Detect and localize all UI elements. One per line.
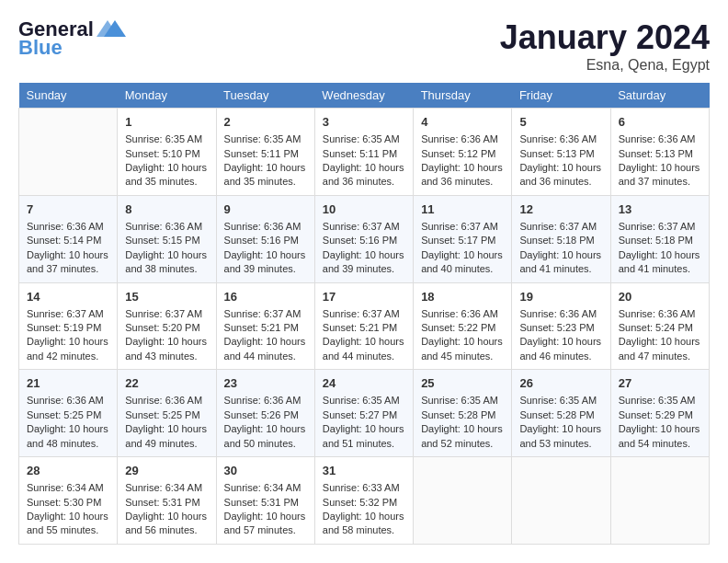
sunrise-text: Sunrise: 6:36 AM (125, 395, 202, 406)
sunset-text: Sunset: 5:24 PM (619, 322, 693, 333)
sunrise-text: Sunrise: 6:37 AM (27, 308, 104, 319)
sunset-text: Sunset: 5:23 PM (519, 322, 594, 333)
calendar-cell: 6 Sunrise: 6:36 AM Sunset: 5:13 PM Dayli… (610, 109, 709, 196)
calendar-cell: 24 Sunrise: 6:35 AM Sunset: 5:27 PM Dayl… (314, 370, 413, 457)
sunset-text: Sunset: 5:12 PM (421, 148, 495, 159)
calendar-cell: 22 Sunrise: 6:36 AM Sunset: 5:25 PM Dayl… (118, 370, 216, 457)
sunset-text: Sunset: 5:16 PM (224, 235, 299, 246)
sunrise-text: Sunrise: 6:36 AM (421, 133, 498, 144)
calendar-header-row: SundayMondayTuesdayWednesdayThursdayFrid… (19, 83, 710, 109)
calendar-cell: 19 Sunrise: 6:36 AM Sunset: 5:23 PM Dayl… (512, 282, 610, 370)
sunset-text: Sunset: 5:28 PM (519, 409, 594, 420)
day-number: 17 (323, 289, 405, 305)
daylight-text: Daylight: 10 hours and 38 minutes. (125, 249, 207, 274)
calendar-cell: 17 Sunrise: 6:37 AM Sunset: 5:21 PM Dayl… (314, 282, 413, 370)
calendar-subtitle: Esna, Qena, Egypt (500, 57, 710, 74)
daylight-text: Daylight: 10 hours and 55 minutes. (27, 511, 108, 535)
calendar-cell: 31 Sunrise: 6:33 AM Sunset: 5:32 PM Dayl… (314, 457, 413, 545)
calendar-cell (610, 457, 709, 545)
sunrise-text: Sunrise: 6:35 AM (323, 133, 400, 144)
day-number: 20 (619, 289, 701, 305)
daylight-text: Daylight: 10 hours and 56 minutes. (125, 511, 207, 535)
sunrise-text: Sunrise: 6:35 AM (125, 133, 202, 144)
calendar-cell: 11 Sunrise: 6:37 AM Sunset: 5:17 PM Dayl… (414, 195, 512, 282)
calendar-cell: 30 Sunrise: 6:34 AM Sunset: 5:31 PM Dayl… (216, 457, 314, 545)
daylight-text: Daylight: 10 hours and 58 minutes. (323, 511, 404, 535)
header-sunday: Sunday (19, 83, 118, 109)
day-number: 25 (421, 375, 504, 392)
calendar-cell: 27 Sunrise: 6:35 AM Sunset: 5:29 PM Dayl… (610, 370, 709, 457)
header-tuesday: Tuesday (216, 83, 314, 109)
sunset-text: Sunset: 5:29 PM (619, 409, 693, 420)
daylight-text: Daylight: 10 hours and 49 minutes. (125, 423, 207, 448)
header-thursday: Thursday (414, 83, 512, 109)
sunset-text: Sunset: 5:13 PM (619, 148, 693, 159)
day-number: 4 (421, 114, 504, 131)
sunrise-text: Sunrise: 6:35 AM (519, 395, 597, 406)
calendar-cell: 15 Sunrise: 6:37 AM Sunset: 5:20 PM Dayl… (118, 282, 216, 370)
day-number: 10 (323, 201, 405, 218)
daylight-text: Daylight: 10 hours and 37 minutes. (619, 162, 700, 187)
calendar-cell: 21 Sunrise: 6:36 AM Sunset: 5:25 PM Dayl… (19, 370, 118, 457)
daylight-text: Daylight: 10 hours and 36 minutes. (421, 162, 503, 187)
header-friday: Friday (512, 83, 610, 109)
logo: General Blue (18, 18, 126, 59)
sunrise-text: Sunrise: 6:37 AM (323, 221, 400, 232)
sunrise-text: Sunrise: 6:36 AM (224, 221, 301, 232)
daylight-text: Daylight: 10 hours and 45 minutes. (421, 336, 503, 361)
calendar-cell: 29 Sunrise: 6:34 AM Sunset: 5:31 PM Dayl… (118, 457, 216, 545)
calendar-table: SundayMondayTuesdayWednesdayThursdayFrid… (18, 83, 710, 545)
daylight-text: Daylight: 10 hours and 43 minutes. (125, 336, 207, 361)
daylight-text: Daylight: 10 hours and 39 minutes. (224, 249, 306, 274)
sunset-text: Sunset: 5:21 PM (224, 322, 299, 333)
calendar-cell: 4 Sunrise: 6:36 AM Sunset: 5:12 PM Dayli… (414, 109, 512, 196)
day-number: 27 (619, 375, 701, 392)
calendar-cell (414, 457, 512, 545)
sunset-text: Sunset: 5:19 PM (27, 322, 101, 333)
sunset-text: Sunset: 5:20 PM (125, 322, 199, 333)
sunset-text: Sunset: 5:31 PM (224, 497, 299, 508)
sunrise-text: Sunrise: 6:36 AM (619, 133, 696, 144)
daylight-text: Daylight: 10 hours and 36 minutes. (519, 162, 601, 187)
sunrise-text: Sunrise: 6:36 AM (519, 133, 597, 144)
calendar-cell: 20 Sunrise: 6:36 AM Sunset: 5:24 PM Dayl… (610, 282, 709, 370)
sunset-text: Sunset: 5:26 PM (224, 409, 299, 420)
calendar-cell: 2 Sunrise: 6:35 AM Sunset: 5:11 PM Dayli… (216, 109, 314, 196)
calendar-cell: 13 Sunrise: 6:37 AM Sunset: 5:18 PM Dayl… (610, 195, 709, 282)
day-number: 29 (125, 463, 208, 479)
daylight-text: Daylight: 10 hours and 42 minutes. (27, 336, 108, 361)
header-saturday: Saturday (610, 83, 709, 109)
sunset-text: Sunset: 5:14 PM (27, 235, 101, 246)
daylight-text: Daylight: 10 hours and 41 minutes. (519, 249, 601, 274)
calendar-cell: 25 Sunrise: 6:35 AM Sunset: 5:28 PM Dayl… (414, 370, 512, 457)
sunrise-text: Sunrise: 6:33 AM (323, 482, 400, 493)
daylight-text: Daylight: 10 hours and 53 minutes. (519, 423, 601, 448)
calendar-cell: 18 Sunrise: 6:36 AM Sunset: 5:22 PM Dayl… (414, 282, 512, 370)
day-number: 21 (27, 375, 109, 392)
day-number: 19 (519, 289, 602, 305)
sunset-text: Sunset: 5:16 PM (323, 235, 397, 246)
sunrise-text: Sunrise: 6:37 AM (125, 308, 202, 319)
day-number: 8 (125, 201, 208, 218)
sunset-text: Sunset: 5:21 PM (323, 322, 397, 333)
sunrise-text: Sunrise: 6:37 AM (323, 308, 400, 319)
header-monday: Monday (118, 83, 216, 109)
sunrise-text: Sunrise: 6:36 AM (421, 308, 498, 319)
day-number: 3 (323, 114, 405, 131)
sunset-text: Sunset: 5:32 PM (323, 497, 397, 508)
sunrise-text: Sunrise: 6:36 AM (519, 308, 597, 319)
day-number: 16 (224, 289, 307, 305)
day-number: 22 (125, 375, 208, 392)
calendar-cell: 7 Sunrise: 6:36 AM Sunset: 5:14 PM Dayli… (19, 195, 118, 282)
sunset-text: Sunset: 5:22 PM (421, 322, 495, 333)
day-number: 13 (619, 201, 701, 218)
day-number: 5 (519, 114, 602, 131)
sunrise-text: Sunrise: 6:35 AM (619, 395, 696, 406)
day-number: 11 (421, 201, 504, 218)
sunrise-text: Sunrise: 6:36 AM (224, 395, 301, 406)
sunset-text: Sunset: 5:17 PM (421, 235, 495, 246)
daylight-text: Daylight: 10 hours and 40 minutes. (421, 249, 503, 274)
calendar-cell (512, 457, 610, 545)
daylight-text: Daylight: 10 hours and 50 minutes. (224, 423, 306, 448)
calendar-title: January 2024 (500, 18, 710, 57)
